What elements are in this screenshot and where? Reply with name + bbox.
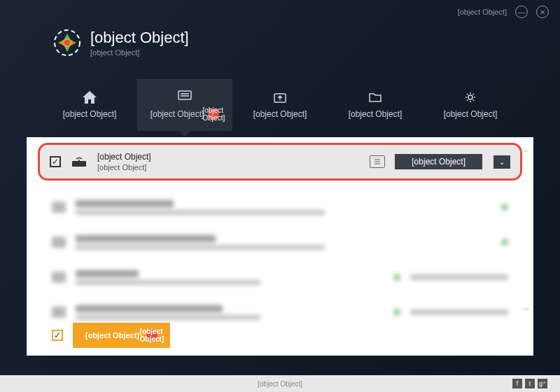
driver-row	[52, 227, 508, 258]
monitor-icon	[178, 90, 192, 103]
modem-icon	[71, 155, 88, 168]
app-logo-icon	[52, 28, 82, 57]
driver-subtitle: [object Object]	[97, 163, 360, 172]
tab-home[interactable]: [object Object]	[42, 79, 137, 131]
driver-row	[52, 262, 508, 293]
tab-label: [object Object]	[253, 109, 307, 119]
tab-label: [object Object]	[150, 109, 204, 119]
tab-label: [object Object]	[444, 109, 498, 119]
svg-point-8	[78, 160, 80, 161]
svg-point-1	[64, 40, 70, 46]
app-title: [object Object]	[90, 29, 189, 47]
tab-settings[interactable]: [object Object]	[423, 79, 518, 131]
update-button[interactable]: [object Object]	[395, 154, 482, 169]
content-panel: [object Object] [object Object] [object …	[27, 137, 533, 356]
driver-checkbox[interactable]	[50, 156, 61, 167]
logo-area: [object Object] [object Object]	[52, 28, 189, 57]
scroll-up-icon[interactable]: ︿	[522, 146, 531, 154]
driver-list-blurred	[52, 192, 508, 332]
details-icon[interactable]	[370, 155, 385, 168]
select-all-checkbox[interactable]	[52, 330, 63, 341]
driver-row	[52, 192, 508, 223]
minimize-button[interactable]: —	[515, 6, 528, 18]
updates-badge: [object Object]	[208, 108, 219, 120]
titlebar: [object Object] — ✕	[447, 0, 560, 24]
tab-restore[interactable]: [object Object]	[328, 79, 423, 131]
svg-rect-2	[178, 91, 191, 99]
driver-title: [object Object]	[97, 152, 360, 162]
twitter-icon[interactable]: t	[525, 379, 535, 388]
home-icon	[83, 91, 97, 104]
main-tabs: [object Object] [object Object] [object …	[42, 79, 518, 131]
update-dropdown[interactable]: ⌄	[493, 155, 510, 169]
svg-rect-7	[72, 161, 86, 167]
google-plus-icon[interactable]: g⁺	[538, 379, 547, 388]
tab-driver-updates[interactable]: [object Object] [object Object]	[137, 79, 232, 131]
scrollbar[interactable]: ︿ ﹀	[522, 146, 531, 314]
social-links: f t g⁺	[512, 379, 547, 388]
app-subtitle: [object Object]	[90, 48, 189, 57]
folder-icon	[368, 91, 382, 104]
footer-row: [object Object] [object Object]	[52, 322, 508, 349]
tab-backup[interactable]: [object Object]	[232, 79, 328, 131]
tab-label: [object Object]	[63, 109, 117, 119]
download-install-button[interactable]: [object Object] [object Object]	[73, 323, 170, 348]
tab-label: [object Object]	[349, 109, 402, 119]
close-button[interactable]: ✕	[536, 6, 549, 18]
copyright-text: [object Object]	[258, 380, 302, 388]
help-link[interactable]: [object Object]	[458, 8, 507, 16]
driver-row-highlighted[interactable]: [object Object] [object Object] [object …	[38, 143, 522, 181]
gear-icon	[463, 91, 477, 104]
download-badge: [object Object]	[146, 330, 158, 341]
svg-point-6	[468, 95, 472, 99]
facebook-icon[interactable]: f	[512, 379, 522, 388]
status-bar: [object Object] f t g⁺	[0, 375, 560, 392]
backup-icon	[273, 91, 287, 104]
scroll-down-icon[interactable]: ﹀	[522, 305, 531, 314]
